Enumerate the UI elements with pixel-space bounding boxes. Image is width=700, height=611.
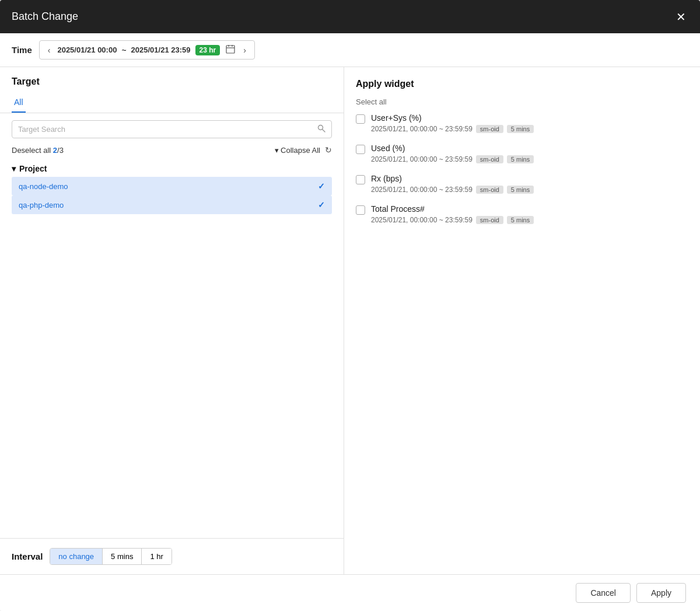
search-bar	[0, 113, 344, 145]
interval-1hr[interactable]: 1 hr	[142, 549, 171, 564]
search-input-wrap	[12, 120, 332, 138]
widget-tag1-3: sm-oid	[476, 216, 503, 224]
modal-header: Batch Change ✕	[0, 0, 700, 33]
target-title: Target	[12, 76, 332, 87]
widget-checkbox-2[interactable]	[356, 175, 365, 184]
project-label: Project	[19, 164, 47, 173]
project-collapse-icon: ▾	[12, 164, 16, 173]
widget-meta-2: 2025/01/21, 00:00:00 ~ 23:59:59 sm-oid 5…	[371, 186, 534, 194]
deselect-group: Deselect all 2/3	[12, 145, 64, 155]
widget-info-0: User+Sys (%) 2025/01/21, 00:00:00 ~ 23:5…	[371, 113, 534, 133]
widget-date-2: 2025/01/21, 00:00:00 ~ 23:59:59	[371, 186, 473, 194]
time-range-control: ‹ 2025/01/21 00:00 ~ 2025/01/21 23:59 23…	[39, 40, 255, 60]
widget-checkbox-1[interactable]	[356, 145, 365, 154]
widget-item-1: Used (%) 2025/01/21, 00:00:00 ~ 23:59:59…	[356, 144, 688, 163]
widget-tag1-2: sm-oid	[476, 186, 503, 194]
left-panel: Target All	[0, 67, 344, 574]
widget-name-3: Total Process#	[371, 204, 534, 214]
interval-label: Interval	[12, 551, 43, 561]
widget-date-1: 2025/01/21, 00:00:00 ~ 23:59:59	[371, 155, 473, 163]
close-button[interactable]: ✕	[674, 9, 688, 25]
tab-all[interactable]: All	[12, 93, 26, 113]
widget-tag2-0: 5 mins	[507, 125, 534, 133]
time-start-date: 2025/01/21 00:00	[57, 46, 117, 54]
list-item[interactable]: qa-node-demo ✓	[12, 177, 332, 195]
target-tabs: All	[0, 93, 344, 113]
time-separator: ~	[121, 46, 126, 55]
widget-info-3: Total Process# 2025/01/21, 00:00:00 ~ 23…	[371, 204, 534, 224]
widget-tag2-2: 5 mins	[507, 186, 534, 194]
time-next-button[interactable]: ›	[241, 44, 249, 56]
collapse-arrow-icon: ▾	[275, 146, 279, 155]
calendar-button[interactable]	[225, 43, 236, 57]
project-header[interactable]: ▾ Project	[12, 160, 332, 177]
list-item-name: qa-php-demo	[19, 201, 64, 210]
target-header: Target	[0, 67, 344, 93]
widget-checkbox-0[interactable]	[356, 114, 365, 124]
widget-info-2: Rx (bps) 2025/01/21, 00:00:00 ~ 23:59:59…	[371, 174, 534, 194]
list-controls: Deselect all 2/3 ▾ Collapse All ↻	[0, 145, 344, 160]
target-list: ▾ Project qa-node-demo ✓ qa-php-demo ✓	[0, 160, 344, 538]
widget-item-0: User+Sys (%) 2025/01/21, 00:00:00 ~ 23:5…	[356, 113, 688, 133]
total-count: /3	[57, 146, 64, 155]
time-duration-badge: 23 hr	[195, 45, 220, 55]
interval-options: no change 5 mins 1 hr	[50, 548, 172, 565]
time-label: Time	[12, 45, 32, 55]
list-item[interactable]: qa-php-demo ✓	[12, 195, 332, 214]
widget-meta-1: 2025/01/21, 00:00:00 ~ 23:59:59 sm-oid 5…	[371, 155, 534, 163]
widget-name-0: User+Sys (%)	[371, 113, 534, 123]
time-end-date: 2025/01/21 23:59	[131, 46, 191, 54]
widget-tag2-3: 5 mins	[507, 216, 534, 224]
modal-title: Batch Change	[12, 11, 78, 23]
modal-body: Target All	[0, 67, 700, 574]
widget-tag2-1: 5 mins	[507, 155, 534, 163]
apply-button[interactable]: Apply	[636, 583, 686, 603]
svg-rect-0	[226, 46, 235, 53]
widget-name-1: Used (%)	[371, 144, 534, 153]
widget-date-0: 2025/01/21, 00:00:00 ~ 23:59:59	[371, 125, 473, 133]
check-icon: ✓	[318, 200, 325, 210]
widget-meta-3: 2025/01/21, 00:00:00 ~ 23:59:59 sm-oid 5…	[371, 216, 534, 224]
deselect-all-button[interactable]: Deselect all 2/3	[12, 146, 64, 155]
collapse-all-button[interactable]: ▾ Collapse All	[275, 146, 320, 155]
apply-widget-title: Apply widget	[356, 79, 688, 89]
svg-line-5	[323, 130, 325, 132]
right-controls: ▾ Collapse All ↻	[275, 145, 332, 155]
check-icon: ✓	[318, 181, 325, 191]
list-item-name: qa-node-demo	[19, 182, 68, 191]
selected-count: 2	[53, 146, 57, 155]
widget-item-2: Rx (bps) 2025/01/21, 00:00:00 ~ 23:59:59…	[356, 174, 688, 194]
widget-checkbox-3[interactable]	[356, 205, 365, 215]
widget-info-1: Used (%) 2025/01/21, 00:00:00 ~ 23:59:59…	[371, 144, 534, 163]
search-input[interactable]	[18, 125, 317, 134]
refresh-button[interactable]: ↻	[325, 145, 332, 155]
batch-change-modal: Batch Change ✕ Time ‹ 2025/01/21 00:00 ~…	[0, 0, 700, 611]
interval-bar: Interval no change 5 mins 1 hr	[0, 538, 344, 574]
widget-tag1-1: sm-oid	[476, 155, 503, 163]
widget-meta-0: 2025/01/21, 00:00:00 ~ 23:59:59 sm-oid 5…	[371, 125, 534, 133]
widget-date-3: 2025/01/21, 00:00:00 ~ 23:59:59	[371, 216, 473, 224]
right-panel: Apply widget Select all User+Sys (%) 202…	[344, 67, 700, 574]
interval-no-change[interactable]: no change	[50, 549, 103, 564]
time-prev-button[interactable]: ‹	[46, 44, 53, 56]
project-group: ▾ Project qa-node-demo ✓ qa-php-demo ✓	[12, 160, 332, 214]
interval-5mins[interactable]: 5 mins	[103, 549, 142, 564]
modal-footer: Cancel Apply	[0, 574, 700, 611]
widget-item-3: Total Process# 2025/01/21, 00:00:00 ~ 23…	[356, 204, 688, 224]
widget-name-2: Rx (bps)	[371, 174, 534, 183]
select-all-label: Select all	[356, 97, 688, 106]
widget-tag1-0: sm-oid	[476, 125, 503, 133]
search-icon	[317, 124, 326, 134]
cancel-button[interactable]: Cancel	[576, 583, 631, 603]
time-bar: Time ‹ 2025/01/21 00:00 ~ 2025/01/21 23:…	[0, 33, 700, 67]
